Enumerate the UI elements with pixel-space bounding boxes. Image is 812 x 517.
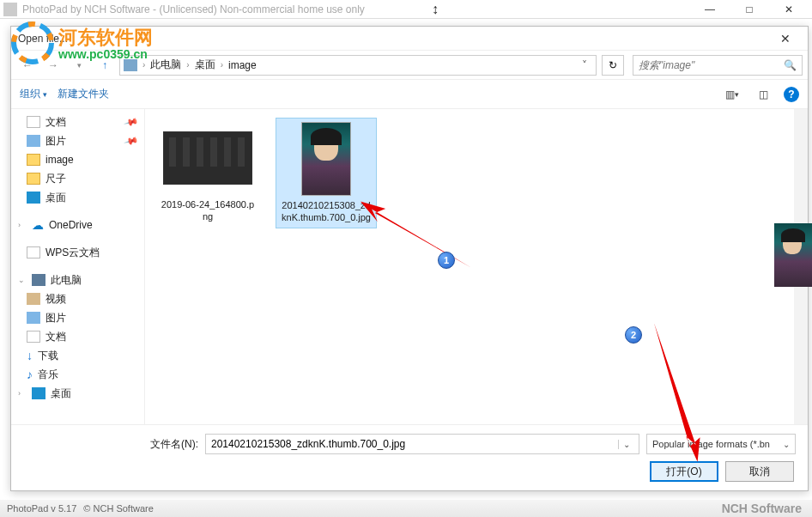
download-icon: ↓ (27, 349, 33, 362)
file-name: 2019-06-24_164800.png (161, 198, 255, 223)
annotation-number-1: 1 (438, 252, 455, 269)
sidebar-item-label: 图片 (45, 311, 66, 325)
maximize-button[interactable]: □ (730, 0, 769, 19)
sidebar-item-label: image (45, 154, 74, 166)
sidebar-item-label: 下载 (38, 349, 58, 363)
sidebar-item-label: 文档 (45, 330, 66, 344)
search-icon: 🔍 (784, 59, 797, 71)
desktop-icon (27, 192, 40, 204)
sidebar: 文档📌 图片📌 image 尺子 桌面 ›☁OneDrive WPS云文档 ⌄此… (11, 109, 145, 424)
annotation-arrow-1 (351, 201, 477, 283)
annotation-number-2: 2 (625, 326, 642, 344)
resize-cursor-icon: ↕ (432, 2, 439, 17)
sidebar-item-downloads[interactable]: ↓下载 (11, 346, 144, 365)
onedrive-icon: ☁ (32, 218, 44, 232)
watermark-overlay: 河东软件网 www.pc0359.cn (9, 19, 153, 67)
breadcrumb[interactable]: › 此电脑 › 桌面 › image ˅ (119, 55, 597, 76)
sidebar-item-pictures[interactable]: 图片📌 (11, 131, 144, 150)
collapse-icon[interactable]: ⌄ (18, 276, 27, 284)
sidebar-item-label: 桌面 (51, 386, 71, 401)
watermark-text2: www.pc0359.cn (58, 47, 153, 61)
folder-icon (27, 173, 40, 185)
sidebar-item-label: 尺子 (45, 172, 66, 186)
filename-field[interactable] (211, 438, 618, 450)
chevron-down-icon: ⌄ (783, 440, 790, 449)
sidebar-item-label: 此电脑 (51, 273, 82, 288)
crumb-folder[interactable]: image (225, 59, 260, 71)
sidebar-item-label: 视频 (45, 292, 66, 307)
watermark-logo-icon (9, 19, 57, 67)
pc-icon (32, 274, 45, 286)
search-field[interactable] (639, 59, 784, 71)
preview-pane-button[interactable]: ◫ (753, 84, 773, 105)
brand-label: NCH Software (722, 502, 802, 515)
music-icon: ♪ (27, 368, 33, 381)
view-mode-button[interactable]: ▥ ▾ (722, 84, 742, 105)
filename-input[interactable]: ⌄ (205, 434, 639, 454)
sidebar-item-ruler[interactable]: 尺子 (11, 169, 144, 188)
sidebar-item-label: 音乐 (38, 368, 58, 382)
right-preview-thumbnail (774, 223, 812, 287)
pics-icon (27, 135, 40, 147)
expand-icon[interactable]: › (18, 389, 27, 398)
open-button[interactable]: 打开(O) (650, 461, 718, 482)
sidebar-item-pictures2[interactable]: 图片 (11, 308, 144, 327)
cancel-button[interactable]: 取消 (725, 461, 794, 482)
sidebar-item-label: OneDrive (49, 219, 93, 231)
sidebar-item-thispc[interactable]: ⌄此电脑 (11, 271, 144, 289)
expand-icon[interactable]: › (18, 221, 27, 229)
search-input[interactable]: 🔍 (633, 55, 803, 76)
sidebar-item-desktop[interactable]: 桌面 (11, 188, 144, 207)
filename-label: 文件名(N): (150, 437, 198, 452)
sidebar-item-label: 文档 (45, 115, 66, 130)
file-thumbnail (301, 122, 351, 196)
command-bar: 组织 ▾ 新建文件夹 ▥ ▾ ◫ ? (11, 80, 808, 109)
app-icon (3, 3, 17, 16)
doc-icon (27, 246, 40, 258)
app-title: PhotoPad by NCH Software - (Unlicensed) … (22, 3, 690, 15)
sidebar-item-videos[interactable]: 视频 (11, 289, 144, 308)
sidebar-item-desktop2[interactable]: ›桌面 (11, 384, 144, 403)
help-button[interactable]: ? (784, 87, 799, 102)
new-folder-button[interactable]: 新建文件夹 (58, 87, 109, 101)
sidebar-item-wps[interactable]: WPS云文档 (11, 243, 144, 262)
sidebar-item-music[interactable]: ♪音乐 (11, 365, 144, 384)
doc-icon (27, 116, 40, 128)
dialog-close-button[interactable]: ✕ (770, 27, 801, 50)
close-button[interactable]: ✕ (769, 0, 809, 19)
doc-icon (27, 331, 40, 343)
organize-button[interactable]: 组织 ▾ (20, 87, 47, 101)
sidebar-item-documents[interactable]: 文档📌 (11, 113, 144, 131)
file-item[interactable]: 2019-06-24_164800.png (157, 118, 258, 227)
minimize-button[interactable]: — (690, 0, 730, 19)
pin-icon: 📌 (124, 114, 140, 130)
folder-icon (27, 154, 40, 166)
sidebar-item-onedrive[interactable]: ›☁OneDrive (11, 216, 144, 234)
sidebar-item-documents2[interactable]: 文档 (11, 327, 144, 346)
crumb-dropdown-icon[interactable]: ˅ (577, 59, 592, 71)
status-bar: PhotoPad v 5.17 © NCH Software NCH Softw… (0, 500, 812, 517)
video-icon (27, 293, 40, 305)
pics-icon (27, 312, 40, 324)
copyright-label: © NCH Software (83, 503, 153, 514)
refresh-button[interactable]: ↻ (602, 55, 624, 76)
sidebar-item-image[interactable]: image (11, 150, 144, 169)
file-thumbnail (163, 131, 252, 185)
sidebar-item-label: 图片 (45, 134, 66, 149)
sidebar-item-label: 桌面 (45, 191, 66, 205)
sidebar-item-label: WPS云文档 (45, 246, 100, 260)
version-label: PhotoPad v 5.17 (7, 503, 76, 514)
desktop-icon (32, 387, 45, 399)
pin-icon: 📌 (124, 133, 140, 149)
crumb-desktop[interactable]: 桌面 (191, 58, 219, 72)
app-titlebar: PhotoPad by NCH Software - (Unlicensed) … (0, 0, 812, 19)
